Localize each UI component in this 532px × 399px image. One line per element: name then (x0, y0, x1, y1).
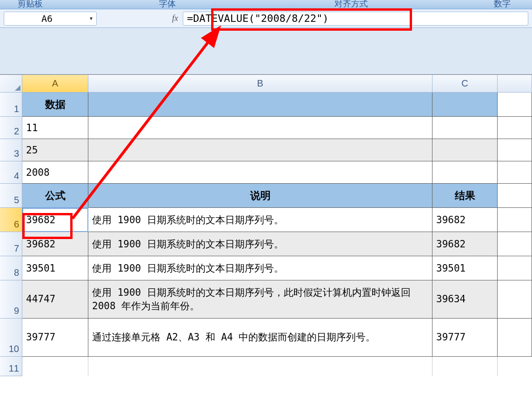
row-header-11[interactable]: 11 (0, 357, 22, 376)
row-header-2[interactable]: 2 (0, 117, 22, 139)
ribbon-group-labels: 剪贴板 字体 对齐方式 数字 (0, 0, 532, 9)
cell-c9[interactable]: 39634 (432, 280, 498, 319)
cell-d1[interactable] (498, 93, 532, 117)
cell-b10[interactable]: 通过连接单元格 A2、A3 和 A4 中的数据而创建的日期序列号。 (88, 319, 432, 357)
cell-a2[interactable]: 11 (22, 117, 88, 139)
cell-b4[interactable] (88, 161, 432, 184)
cell-c8[interactable]: 39501 (432, 256, 498, 280)
col-header-overflow[interactable] (498, 75, 532, 93)
cell-b11[interactable] (88, 357, 432, 376)
ribbon-group-clipboard: 剪贴板 (9, 0, 51, 9)
row-header-10[interactable]: 10 (0, 319, 22, 357)
chevron-down-icon[interactable]: ▼ (90, 16, 93, 21)
cell-b7[interactable]: 使用 1900 日期系统时的文本日期序列号。 (88, 232, 432, 256)
ribbon-group-number: 数字 (479, 0, 525, 9)
cell-c5[interactable]: 结果 (432, 184, 498, 208)
cell-b8[interactable]: 使用 1900 日期系统时的文本日期序列号。 (88, 256, 432, 280)
select-all-corner[interactable] (0, 75, 22, 93)
row-header-1[interactable]: 1 (0, 93, 22, 117)
cell-d8[interactable] (498, 256, 532, 280)
name-box[interactable]: A6 ▼ (4, 12, 97, 26)
row-header-3[interactable]: 3 (0, 139, 22, 161)
cell-d2[interactable] (498, 117, 532, 139)
cell-d3[interactable] (498, 139, 532, 161)
cell-a8[interactable]: 39501 (22, 256, 88, 280)
row-header-8[interactable]: 8 (0, 256, 22, 280)
cell-b6[interactable]: 使用 1900 日期系统时的文本日期序列号。 (88, 208, 432, 232)
cell-a6[interactable]: 39682 (22, 208, 88, 232)
row-header-5[interactable]: 5 (0, 184, 22, 208)
col-header-c[interactable]: C (432, 75, 498, 93)
fx-icon[interactable]: fx (172, 13, 178, 23)
cell-a1[interactable]: 数据 (22, 93, 88, 117)
cell-b3[interactable] (88, 139, 432, 161)
cell-b1[interactable] (88, 93, 432, 117)
cell-c10[interactable]: 39777 (432, 319, 498, 357)
cell-c11[interactable] (432, 357, 498, 376)
ribbon-group-font: 字体 (140, 0, 195, 9)
row-header-4[interactable]: 4 (0, 161, 22, 184)
cell-d11[interactable] (498, 357, 532, 376)
formula-input[interactable]: =DATEVALUE("2008/8/22") (183, 12, 528, 26)
cell-d10[interactable] (498, 319, 532, 357)
cell-c7[interactable]: 39682 (432, 232, 498, 256)
cell-d5[interactable] (498, 184, 532, 208)
row-header-7[interactable]: 7 (0, 232, 22, 256)
spreadsheet-grid[interactable]: A B C 1 数据 2 11 3 25 4 2008 5 公式 说明 结果 6… (0, 74, 532, 376)
cell-a7[interactable]: 39682 (22, 232, 88, 256)
cell-d6[interactable] (498, 208, 532, 232)
row-header-9[interactable]: 9 (0, 280, 22, 319)
ribbon-group-alignment: 对齐方式 (316, 0, 386, 9)
cell-d9[interactable] (498, 280, 532, 319)
cell-a10[interactable]: 39777 (22, 319, 88, 357)
name-box-value: A6 (4, 13, 90, 24)
cell-c2[interactable] (432, 117, 498, 139)
cell-d7[interactable] (498, 232, 532, 256)
cell-c3[interactable] (432, 139, 498, 161)
formula-text: =DATEVALUE("2008/8/22") (187, 13, 329, 24)
col-header-b[interactable]: B (88, 75, 432, 93)
cell-b9[interactable]: 使用 1900 日期系统时的文本日期序列号，此时假定计算机内置时钟返回 2008… (88, 280, 432, 319)
spacer (0, 28, 532, 74)
cell-a5[interactable]: 公式 (22, 184, 88, 208)
formula-bar: A6 ▼ fx =DATEVALUE("2008/8/22") (0, 9, 532, 28)
cell-d4[interactable] (498, 161, 532, 184)
cell-b5[interactable]: 说明 (88, 184, 432, 208)
cell-c1[interactable] (432, 93, 498, 117)
cell-c6[interactable]: 39682 (432, 208, 498, 232)
cell-b2[interactable] (88, 117, 432, 139)
cell-c4[interactable] (432, 161, 498, 184)
cell-a11[interactable] (22, 357, 88, 376)
cell-a4[interactable]: 2008 (22, 161, 88, 184)
cell-a3[interactable]: 25 (22, 139, 88, 161)
col-header-a[interactable]: A (22, 75, 88, 93)
cell-a9[interactable]: 44747 (22, 280, 88, 319)
row-header-6[interactable]: 6 (0, 208, 22, 232)
